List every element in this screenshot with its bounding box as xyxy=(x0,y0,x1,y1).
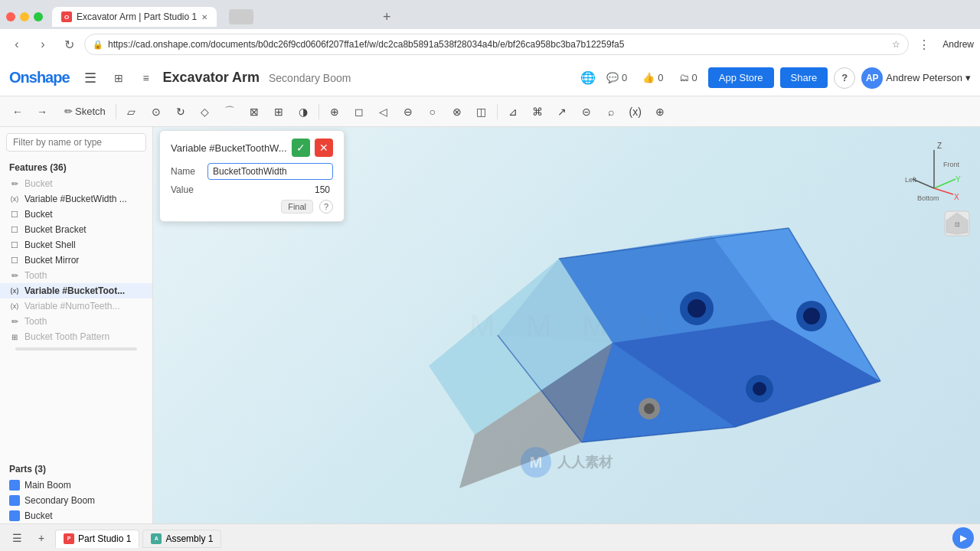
sketch-button[interactable]: ✏ Sketch xyxy=(58,103,112,120)
active-browser-tab[interactable]: O Excavator Arm | Part Studio 1 ✕ xyxy=(52,7,217,27)
user-menu-chevron: ▾ xyxy=(965,72,971,83)
pattern-tool-button[interactable]: ⊞ xyxy=(267,100,290,123)
settings-button[interactable]: ≡ xyxy=(136,67,157,89)
assembly-tab-icon: A xyxy=(151,533,162,544)
variable-name-input[interactable] xyxy=(207,163,333,180)
features-header: Features (36) xyxy=(0,158,152,176)
part-studio-tab[interactable]: P Part Studio 1 xyxy=(55,530,139,548)
browser-menu-button[interactable]: ⋮ xyxy=(913,34,935,55)
boolean-button[interactable]: ⊕ xyxy=(323,100,346,123)
version-icon: 🗂 xyxy=(679,72,689,83)
variable-value-display: 150 xyxy=(207,184,333,195)
back-button[interactable]: ‹ xyxy=(6,34,28,55)
feature-item-variable-numoteeth[interactable]: (x) Variable #NumoTeeth... xyxy=(0,298,152,314)
browser-user: Andrew xyxy=(942,39,974,50)
nav-cube[interactable]: ⊡ xyxy=(943,210,971,240)
part-item-main-boom[interactable]: Main Boom xyxy=(0,478,152,493)
thread-button[interactable]: ⊗ xyxy=(446,100,469,123)
sweep-tool-button[interactable]: ⌒ xyxy=(218,100,241,123)
value-label: Value xyxy=(171,184,201,195)
feature-item-bucket[interactable]: ☐ Bucket xyxy=(0,207,152,222)
feature-item-variable-buckettooth[interactable]: (x) Variable #BucketToot... xyxy=(0,283,152,298)
panel-help-button[interactable]: ? xyxy=(319,200,333,214)
parts-header: Parts (3) xyxy=(0,459,152,478)
variable-panel-ok-button[interactable]: ✓ xyxy=(292,139,310,157)
bookmark-icon[interactable]: ☆ xyxy=(892,39,900,50)
hamburger-menu-button[interactable]: ☰ xyxy=(79,67,102,90)
feature-name: Variable #BucketWidth ... xyxy=(24,194,127,204)
maximize-traffic-light[interactable] xyxy=(34,12,43,21)
svg-text:Z: Z xyxy=(937,142,942,150)
draft-button[interactable]: ◁ xyxy=(372,100,395,123)
transform-button[interactable]: ↗ xyxy=(550,100,573,123)
split-button[interactable]: ⊝ xyxy=(575,100,598,123)
share-button[interactable]: Share xyxy=(780,67,828,88)
feature-item-bucket-sketch[interactable]: ✏ Bucket xyxy=(0,176,152,191)
watermark-text: 人人素材 xyxy=(557,453,612,471)
bottom-menu-button[interactable]: ☰ xyxy=(6,527,28,549)
final-row: Final ? xyxy=(171,200,333,214)
user-avatar[interactable]: AP Andrew Peterson ▾ xyxy=(861,67,971,89)
versions-button[interactable]: 🗂 0 xyxy=(675,69,702,86)
mate-button[interactable]: ⌘ xyxy=(526,100,549,123)
help-button[interactable]: ? xyxy=(834,67,855,89)
likes-button[interactable]: 👍 0 xyxy=(638,69,668,86)
final-badge: Final xyxy=(281,200,313,214)
add-button[interactable]: ⊕ xyxy=(648,100,671,123)
variable-panel-cancel-button[interactable]: ✕ xyxy=(315,139,333,157)
part-cube-icon xyxy=(9,495,20,506)
variable-button[interactable]: (x) xyxy=(624,100,647,123)
extrude-tool-button[interactable]: ⊙ xyxy=(145,100,168,123)
feature-name: Bucket Shell xyxy=(24,240,76,250)
part-cube-icon xyxy=(9,510,20,521)
pattern-icon: ⊞ xyxy=(9,331,20,342)
tab-close-btn[interactable]: ✕ xyxy=(201,13,207,21)
bottom-add-tab-button[interactable]: + xyxy=(31,527,52,549)
revolve-tool-button[interactable]: ↻ xyxy=(169,100,192,123)
play-button[interactable]: ▶ xyxy=(952,527,974,549)
part-icon: ☐ xyxy=(9,255,20,266)
shell-button[interactable]: ◻ xyxy=(348,100,371,123)
part-item-bucket[interactable]: Bucket xyxy=(0,508,152,523)
axis-indicator[interactable]: Z Y X Left Front Bottom xyxy=(903,142,965,204)
feature-item-tooth-sketch2[interactable]: ✏ Tooth xyxy=(0,314,152,329)
feature-search-input[interactable] xyxy=(6,133,146,152)
chamfer-button[interactable]: ◫ xyxy=(470,100,493,123)
forward-button[interactable]: › xyxy=(32,34,54,55)
help-icon: ? xyxy=(324,202,328,211)
hole-button[interactable]: ○ xyxy=(421,100,444,123)
rib-button[interactable]: ⊖ xyxy=(397,100,420,123)
address-bar[interactable]: 🔒 https://cad.onshape.com/documents/b0dc… xyxy=(84,34,909,55)
feature-item-bucket-bracket[interactable]: ☐ Bucket Bracket xyxy=(0,222,152,237)
3d-viewport[interactable]: Variable #BucketToothW... ✓ ✕ Name Value… xyxy=(153,127,980,523)
new-tab-button[interactable]: + xyxy=(376,6,397,28)
feature-item-bucket-tooth-pattern[interactable]: ⊞ Bucket Tooth Pattern xyxy=(0,329,152,344)
plane-tool-button[interactable]: ▱ xyxy=(120,100,143,123)
measure-button[interactable]: ⊿ xyxy=(501,100,524,123)
feature-item-variable-bucketwidth[interactable]: (x) Variable #BucketWidth ... xyxy=(0,191,152,207)
main-layout: Features (36) ✏ Bucket (x) Variable #Buc… xyxy=(0,127,980,523)
minimize-traffic-light[interactable] xyxy=(20,12,29,21)
part-icon: ☐ xyxy=(9,240,20,250)
undo-button[interactable]: ← xyxy=(6,100,29,123)
comments-button[interactable]: 💬 0 xyxy=(602,69,632,86)
part-item-secondary-boom[interactable]: Secondary Boom xyxy=(0,493,152,508)
feature-item-bucket-shell[interactable]: ☐ Bucket Shell xyxy=(0,237,152,253)
loft-tool-button[interactable]: ◇ xyxy=(194,100,217,123)
app-store-button[interactable]: App Store xyxy=(708,67,774,88)
globe-icon[interactable]: 🌐 xyxy=(580,70,596,85)
fillet-button[interactable]: ◑ xyxy=(292,100,315,123)
grid-view-button[interactable]: ⊞ xyxy=(108,67,129,89)
document-title: Excavator Arm xyxy=(163,70,260,86)
refresh-button[interactable]: ↻ xyxy=(58,34,80,55)
variable-icon: (x) xyxy=(9,301,20,311)
assembly-tab[interactable]: A Assembly 1 xyxy=(142,530,221,548)
close-traffic-light[interactable] xyxy=(6,12,15,21)
wrap-button[interactable]: ⌕ xyxy=(599,100,622,123)
name-field-row: Name xyxy=(171,163,333,180)
feature-item-bucket-mirror[interactable]: ☐ Bucket Mirror xyxy=(0,253,152,268)
onshape-logo[interactable]: Onshape xyxy=(9,69,70,86)
redo-button[interactable]: → xyxy=(31,100,54,123)
mirror-tool-button[interactable]: ⊠ xyxy=(243,100,266,123)
feature-item-tooth-sketch[interactable]: ✏ Tooth xyxy=(0,268,152,283)
